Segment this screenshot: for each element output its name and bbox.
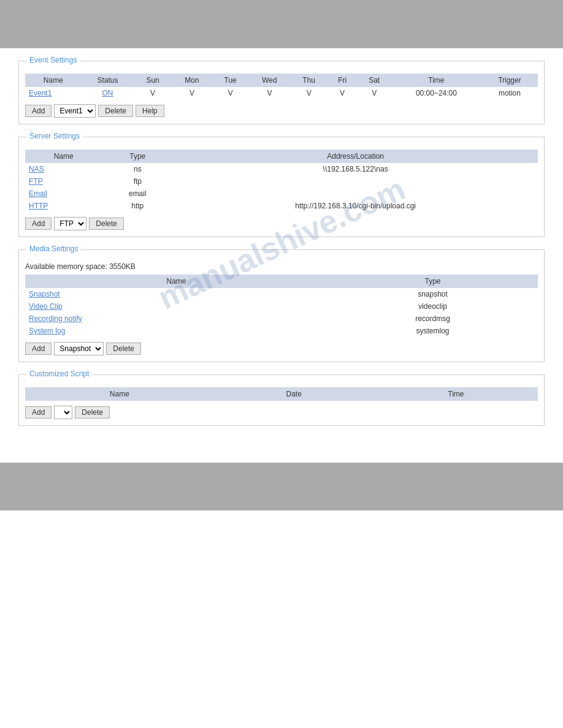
sections-wrapper: manualshive.com Event Settings Name Stat… [18,61,545,426]
server-settings-content: Name Type Address/Location NAS ns \\192.… [25,150,538,230]
server-row-type: email [102,188,173,200]
script-controls: Add Delete [25,406,538,419]
server-table-row: HTTP http http://192.168.3.10/cgi-bin/up… [25,200,538,212]
media-col-type: Type [327,275,538,288]
event-row-status[interactable]: ON [82,87,134,99]
server-table-header-row: Name Type Address/Location [25,150,538,163]
media-table-row: Snapshot snapshot [25,288,538,300]
media-settings-section: Media Settings Available memory space: 3… [18,249,545,362]
event-row-time: 00:00~24:00 [391,87,481,99]
customized-script-section: Customized Script Name Date Time Add [18,374,545,426]
customized-script-content: Name Date Time Add Delete [25,387,538,419]
event-col-sun: Sun [134,74,172,87]
media-row-name[interactable]: Video Clip [25,300,327,313]
event-row-trigger: motion [481,87,538,99]
event-col-time: Time [391,74,481,87]
script-delete-button[interactable]: Delete [75,406,110,419]
server-row-address: \\192.168.5.122\nas [173,163,538,175]
event-col-wed: Wed [249,74,291,87]
top-bar [0,0,563,48]
event-add-button[interactable]: Add [25,105,52,117]
server-row-name[interactable]: HTTP [25,200,102,212]
server-row-address: http://192.168.3.10/cgi-bin/upload.cgi [173,200,538,212]
script-col-date: Date [214,387,374,401]
event-col-sat: Sat [357,74,391,87]
server-table-row: FTP ftp [25,175,538,188]
server-col-type: Type [102,150,173,163]
event-col-mon: Mon [172,74,212,87]
script-select[interactable] [54,406,72,419]
customized-script-title: Customized Script [26,370,92,378]
event-select[interactable]: Event1 [54,104,96,118]
event-row-mon: V [172,87,212,99]
event-settings-content: Name Status Sun Mon Tue Wed Thu Fri Sat … [25,74,538,118]
available-memory-text: Available memory space: 3550KB [25,262,538,271]
script-table-header-row: Name Date Time [25,387,538,401]
media-row-type: videoclip [327,300,538,313]
event-col-fri: Fri [327,74,357,87]
event-settings-table: Name Status Sun Mon Tue Wed Thu Fri Sat … [25,74,538,99]
event-settings-title: Event Settings [26,56,80,64]
media-table-row: Video Clip videoclip [25,300,538,313]
server-row-type: http [102,200,173,212]
server-settings-title: Server Settings [26,132,83,140]
event-help-button[interactable]: Help [136,105,164,117]
media-select[interactable]: Snapshot [54,342,104,355]
server-row-type: ftp [102,175,173,188]
media-row-type: recordmsg [327,313,538,325]
event-col-trigger: Trigger [481,74,538,87]
server-row-name[interactable]: FTP [25,175,102,188]
server-row-type: ns [102,163,173,175]
server-col-address: Address/Location [173,150,538,163]
server-row-name[interactable]: Email [25,188,102,200]
event-col-status: Status [82,74,134,87]
server-row-address [173,175,538,188]
media-table-row: Recording notify recordmsg [25,313,538,325]
media-row-name[interactable]: System log [25,325,327,337]
media-row-name[interactable]: Snapshot [25,288,327,300]
server-table-row: NAS ns \\192.168.5.122\nas [25,163,538,175]
script-add-button[interactable]: Add [25,406,52,419]
media-row-type: systemlog [327,325,538,337]
server-settings-table: Name Type Address/Location NAS ns \\192.… [25,150,538,212]
event-row-tue: V [212,87,249,99]
event-col-name: Name [25,74,82,87]
server-table-row: Email email [25,188,538,200]
server-settings-section: Server Settings Name Type Address/Locati… [18,137,545,237]
server-delete-button[interactable]: Delete [89,218,124,230]
media-settings-table: Name Type Snapshot snapshot Video Clip v… [25,275,538,337]
event-row-fri: V [327,87,357,99]
event-col-tue: Tue [212,74,249,87]
server-col-name: Name [25,150,102,163]
media-col-name: Name [25,275,327,288]
event-table-header-row: Name Status Sun Mon Tue Wed Thu Fri Sat … [25,74,538,87]
media-row-type: snapshot [327,288,538,300]
event-row-thu: V [290,87,327,99]
media-table-header-row: Name Type [25,275,538,288]
media-table-row: System log systemlog [25,325,538,337]
customized-script-table: Name Date Time [25,387,538,401]
event-row-wed: V [249,87,291,99]
script-col-time: Time [374,387,538,401]
server-row-name[interactable]: NAS [25,163,102,175]
event-table-row: Event1 ON V V V V V V V 00:00~24:00 moti… [25,87,538,99]
media-row-name[interactable]: Recording notify [25,313,327,325]
server-controls: Add FTP Delete [25,217,538,230]
media-add-button[interactable]: Add [25,343,52,355]
bottom-bar [0,463,563,510]
server-add-button[interactable]: Add [25,218,52,230]
event-delete-button[interactable]: Delete [98,105,133,117]
script-col-name: Name [25,387,214,401]
server-select[interactable]: FTP [54,217,86,230]
event-row-name[interactable]: Event1 [25,87,82,99]
event-settings-section: Event Settings Name Status Sun Mon Tue W… [18,61,545,124]
media-controls: Add Snapshot Delete [25,342,538,355]
event-col-thu: Thu [290,74,327,87]
media-delete-button[interactable]: Delete [106,343,141,355]
media-settings-title: Media Settings [26,245,81,253]
event-controls: Add Event1 Delete Help [25,104,538,118]
event-row-sun: V [134,87,172,99]
media-settings-content: Available memory space: 3550KB Name Type… [25,262,538,355]
server-row-address [173,188,538,200]
event-row-sat: V [357,87,391,99]
